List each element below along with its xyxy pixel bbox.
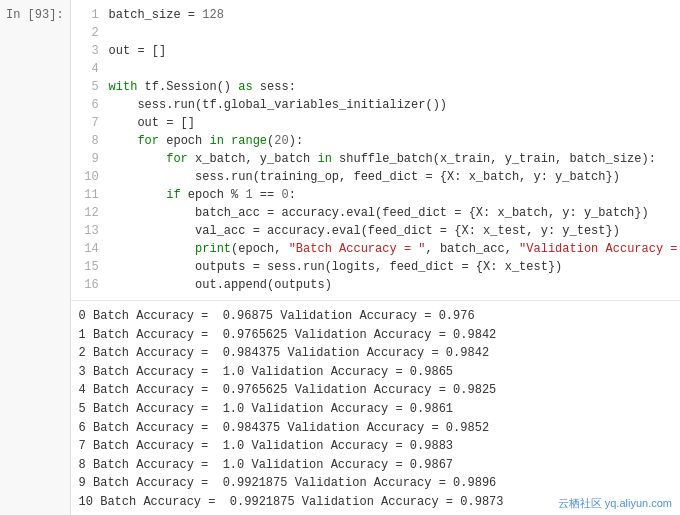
output-line: 0 Batch Accuracy = 0.96875 Validation Ac… (79, 307, 680, 326)
output-line: 8 Batch Accuracy = 1.0 Validation Accura… (79, 456, 680, 475)
code-area: 1 batch_size = 128 2 3 out = [] 4 5 with… (71, 0, 680, 301)
code-line-2: 2 (71, 24, 680, 42)
code-line-7: 7 out = [] (71, 114, 680, 132)
output-line: 6 Batch Accuracy = 0.984375 Validation A… (79, 419, 680, 438)
code-line-16: 16 out.append(outputs) (71, 276, 680, 294)
cell-label: In [93]: (0, 0, 71, 515)
code-line-3: 3 out = [] (71, 42, 680, 60)
code-line-9: 9 for x_batch, y_batch in shuffle_batch(… (71, 150, 680, 168)
code-line-12: 12 batch_acc = accuracy.eval(feed_dict =… (71, 204, 680, 222)
output-line: 11 Batch Accuracy = 1.0 Validation Accur… (79, 512, 680, 515)
watermark: 云栖社区 yq.aliyun.com (558, 496, 672, 511)
code-line-4: 4 (71, 60, 680, 78)
output-area: 0 Batch Accuracy = 0.96875 Validation Ac… (71, 301, 680, 515)
code-line-10: 10 sess.run(training_op, feed_dict = {X:… (71, 168, 680, 186)
code-line-14: 14 print(epoch, "Batch Accuracy = ", bat… (71, 240, 680, 258)
output-line: 9 Batch Accuracy = 0.9921875 Validation … (79, 474, 680, 493)
code-line-6: 6 sess.run(tf.global_variables_initializ… (71, 96, 680, 114)
code-line-13: 13 val_acc = accuracy.eval(feed_dict = {… (71, 222, 680, 240)
cell-content: 1 batch_size = 128 2 3 out = [] 4 5 with… (71, 0, 680, 515)
output-line: 5 Batch Accuracy = 1.0 Validation Accura… (79, 400, 680, 419)
cell-label-text: In [93]: (6, 8, 64, 22)
code-line-15: 15 outputs = sess.run(logits, feed_dict … (71, 258, 680, 276)
code-line-8: 8 for epoch in range(20): (71, 132, 680, 150)
notebook-cell: In [93]: 1 batch_size = 128 2 3 out = []… (0, 0, 680, 515)
code-line-1: 1 batch_size = 128 (71, 6, 680, 24)
output-line: 1 Batch Accuracy = 0.9765625 Validation … (79, 326, 680, 345)
output-line: 3 Batch Accuracy = 1.0 Validation Accura… (79, 363, 680, 382)
code-line-11: 11 if epoch % 1 == 0: (71, 186, 680, 204)
output-line: 7 Batch Accuracy = 1.0 Validation Accura… (79, 437, 680, 456)
code-line-5: 5 with tf.Session() as sess: (71, 78, 680, 96)
output-line: 2 Batch Accuracy = 0.984375 Validation A… (79, 344, 680, 363)
output-line: 4 Batch Accuracy = 0.9765625 Validation … (79, 381, 680, 400)
